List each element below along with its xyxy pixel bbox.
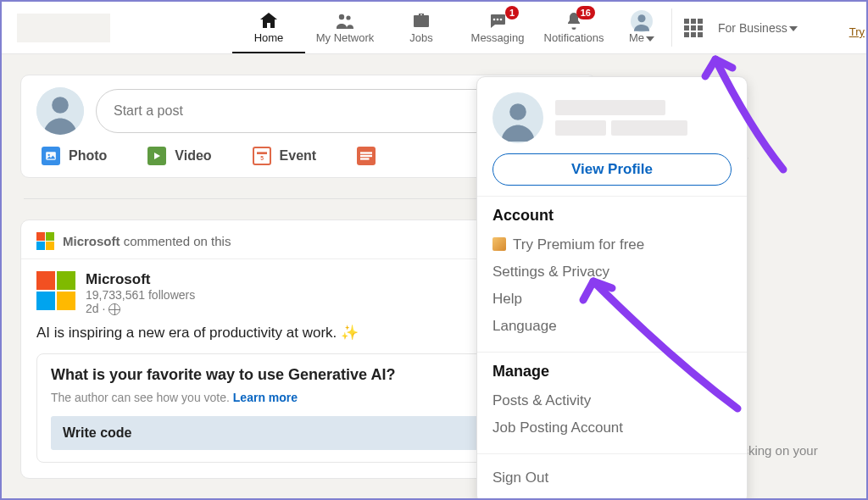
me-user-row[interactable] [492, 92, 732, 143]
globe-icon [108, 303, 120, 315]
nav-me[interactable]: Me [612, 2, 671, 53]
briefcase-icon [410, 11, 432, 31]
nav-home[interactable]: Home [231, 2, 307, 53]
calendar-icon: 5 [253, 147, 271, 165]
annotation-arrow [698, 42, 800, 178]
svg-point-4 [500, 19, 503, 21]
home-icon [258, 11, 280, 31]
notifications-badge: 16 [576, 6, 595, 19]
self-avatar[interactable] [36, 87, 84, 135]
post-type-photo[interactable]: Photo [42, 147, 107, 165]
svg-point-17 [509, 103, 526, 120]
try-premium-link[interactable]: Try Premium for free [492, 231, 732, 258]
svg-point-8 [52, 97, 69, 114]
post-follower-count: 19,733,561 followers [86, 288, 195, 302]
sign-out-link[interactable]: Sign Out [492, 464, 732, 492]
apps-grid-icon[interactable] [684, 19, 703, 37]
annotation-arrow [568, 256, 754, 425]
logo-placeholder [17, 14, 110, 42]
post-age: 2d · [86, 302, 195, 315]
article-icon [357, 147, 376, 165]
svg-text:5: 5 [260, 155, 264, 161]
nav-network-label: My Network [316, 31, 375, 44]
svg-rect-15 [360, 158, 370, 159]
svg-point-10 [48, 154, 50, 156]
nav-network[interactable]: My Network [307, 2, 383, 53]
microsoft-mini-logo [36, 232, 54, 250]
video-label: Video [175, 148, 211, 164]
nav-me-label: Me [629, 31, 654, 44]
me-section-signout: Sign Out [477, 454, 747, 500]
avatar-icon [631, 11, 653, 31]
caret-down-icon [646, 36, 654, 42]
svg-point-0 [339, 14, 344, 19]
nav-items: Home My Network Jobs 1 Messaging 16 [231, 2, 671, 53]
photo-icon [42, 147, 60, 165]
bell-icon: 16 [563, 11, 585, 31]
event-label: Event [280, 148, 317, 164]
svg-point-1 [346, 15, 350, 19]
nav-home-label: Home [254, 31, 284, 44]
svg-rect-13 [360, 152, 372, 153]
try-premium-link[interactable]: Try [849, 25, 865, 38]
poll-option-label: Write code [63, 425, 132, 441]
nav-notifications-label: Notifications [544, 31, 604, 44]
nav-messaging[interactable]: 1 Messaging [459, 2, 536, 53]
me-user-name-redacted [555, 100, 687, 136]
svg-rect-14 [360, 155, 372, 157]
logo-area [2, 2, 231, 53]
account-header: Account [492, 207, 732, 225]
video-icon [147, 147, 166, 165]
nav-messaging-label: Messaging [471, 31, 525, 44]
learn-more-link[interactable]: Learn more [233, 391, 298, 404]
messaging-badge: 1 [505, 6, 519, 19]
avatar [492, 92, 543, 143]
messaging-icon: 1 [487, 11, 509, 31]
post-author-info: Microsoft 19,733,561 followers 2d · [86, 271, 195, 315]
post-type-video[interactable]: Video [147, 147, 211, 165]
svg-rect-11 [257, 152, 267, 154]
premium-chip-icon [492, 237, 506, 251]
network-icon [334, 11, 356, 31]
for-business-label: For Business [718, 21, 787, 35]
svg-point-6 [637, 14, 645, 22]
nav-jobs[interactable]: Jobs [383, 2, 459, 53]
caret-down-icon [789, 26, 798, 31]
for-business[interactable]: For Business [718, 21, 798, 35]
post-type-event[interactable]: 5 Event [253, 147, 317, 165]
svg-point-2 [493, 19, 496, 21]
microsoft-logo[interactable] [36, 271, 75, 310]
activity-context-text: Microsoft commented on this [63, 234, 231, 248]
post-type-more[interactable] [357, 147, 376, 165]
view-profile-button[interactable]: View Profile [492, 153, 732, 186]
nav-jobs-label: Jobs [409, 31, 432, 44]
nav-notifications[interactable]: 16 Notifications [536, 2, 612, 53]
photo-label: Photo [69, 148, 107, 164]
post-author-name[interactable]: Microsoft [86, 271, 195, 288]
svg-point-3 [497, 19, 499, 21]
